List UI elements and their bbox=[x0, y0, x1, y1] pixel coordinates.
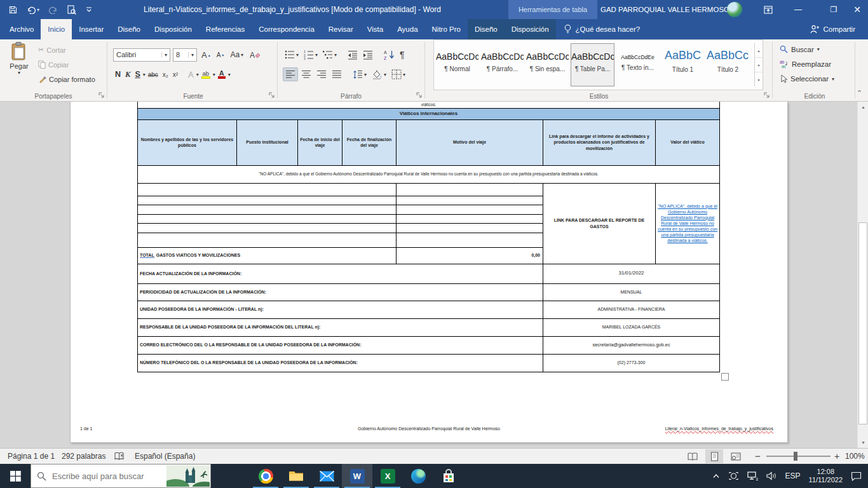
sort-button[interactable]: AZ bbox=[382, 48, 397, 62]
store-taskbar-icon[interactable] bbox=[433, 464, 464, 488]
tab-table-disposicion[interactable]: Disposición bbox=[505, 19, 556, 39]
paste-caret-icon[interactable]: ▾ bbox=[5, 70, 33, 76]
col-header[interactable]: Fecha de inicio del viaje bbox=[298, 119, 342, 165]
style-titulo-1[interactable]: AaBbC Título 1 bbox=[661, 43, 705, 86]
undo-icon[interactable]: ▾ bbox=[27, 6, 39, 14]
volume-icon[interactable] bbox=[766, 471, 777, 480]
zoom-out-button[interactable]: − bbox=[755, 449, 761, 464]
format-painter-button[interactable]: Copiar formato bbox=[38, 75, 95, 83]
style-titulo-2[interactable]: AaBbCcI Título 2 bbox=[706, 43, 750, 86]
clock[interactable]: 12:08 11/11/2022 bbox=[809, 468, 843, 484]
increase-indent-button[interactable] bbox=[361, 48, 375, 62]
bullets-button[interactable]: ▾ bbox=[283, 48, 301, 62]
col-header[interactable]: Valor del viático bbox=[656, 119, 720, 165]
font-size-caret-icon[interactable]: ▾ bbox=[188, 52, 196, 58]
grow-font-button[interactable]: A▴ bbox=[200, 48, 212, 62]
multilevel-list-button[interactable]: ▾ bbox=[321, 48, 339, 62]
col-header[interactable]: Motivo del viaje bbox=[397, 119, 543, 165]
input-language-indicator[interactable]: ESP bbox=[785, 471, 801, 480]
subscript-button[interactable]: x₂ bbox=[161, 67, 170, 81]
mail-taskbar-icon[interactable] bbox=[311, 464, 342, 488]
minimize-button[interactable]: — bbox=[784, 0, 812, 19]
start-button[interactable] bbox=[0, 464, 31, 488]
replace-button[interactable]: abac Reemplazar bbox=[780, 60, 831, 68]
tab-insertar[interactable]: Insertar bbox=[72, 19, 111, 39]
underline-caret-icon[interactable]: ▾ bbox=[143, 72, 146, 78]
action-center-icon[interactable] bbox=[851, 471, 862, 481]
portapapeles-dialog-launcher-icon[interactable] bbox=[98, 92, 105, 98]
valor-note-cell[interactable]: "NO APLICA", debido a que el Gobierno Au… bbox=[656, 183, 720, 264]
tab-archivo[interactable]: Archivo bbox=[3, 19, 41, 39]
highlight-caret-icon[interactable]: ▾ bbox=[213, 72, 215, 78]
undo-caret-icon[interactable]: ▾ bbox=[37, 7, 39, 13]
word-count[interactable]: 292 palabras bbox=[62, 449, 105, 464]
style-texto-independiente[interactable]: AaBbCcDdEe ¶ Texto in... bbox=[616, 43, 660, 86]
shrink-font-button[interactable]: A▾ bbox=[215, 48, 226, 62]
style-table-paragraph[interactable]: AaBbCcDc ¶ Table Pa... bbox=[571, 43, 614, 86]
superscript-button[interactable]: x² bbox=[171, 67, 180, 81]
tab-table-diseno[interactable]: Diseño bbox=[468, 19, 505, 39]
tab-inicio[interactable]: Inicio bbox=[41, 19, 72, 39]
valor-note-link[interactable]: "NO APLICA", debido a que el Gobierno Au… bbox=[658, 204, 717, 243]
font-color-caret-icon[interactable]: ▾ bbox=[228, 72, 231, 78]
zoom-slider-track[interactable] bbox=[766, 456, 831, 457]
zoom-level[interactable]: 100% bbox=[845, 449, 865, 464]
gallery-scroll-up-icon[interactable]: ▴ bbox=[755, 43, 763, 58]
share-button[interactable]: Compartir bbox=[797, 19, 868, 39]
gallery-more-icon[interactable]: ▾ bbox=[755, 72, 763, 86]
font-color-button[interactable]: A bbox=[216, 67, 227, 81]
paste-button[interactable]: Pegar ▾ bbox=[5, 42, 33, 95]
font-name-caret-icon[interactable]: ▾ bbox=[161, 52, 170, 58]
no-aplica-row[interactable]: "NO APLICA", debido a que el Gobierno Au… bbox=[138, 165, 720, 183]
col-header[interactable]: Fecha de finalización del viaje bbox=[342, 119, 397, 165]
tab-diseno[interactable]: Diseño bbox=[111, 19, 147, 39]
close-button[interactable]: ✕ bbox=[846, 0, 868, 19]
account-avatar[interactable] bbox=[727, 2, 742, 17]
font-size-combo[interactable]: 8 ▾ bbox=[173, 48, 197, 62]
account-name[interactable]: GAD PARROQUIAL VALLE HERMOSO bbox=[600, 0, 729, 19]
line-spacing-button[interactable]: ▾ bbox=[351, 67, 369, 81]
zoom-in-button[interactable]: + bbox=[834, 449, 839, 464]
tab-disposicion[interactable]: Disposición bbox=[147, 19, 199, 39]
web-layout-button[interactable] bbox=[727, 449, 745, 463]
tab-referencias[interactable]: Referencias bbox=[199, 19, 252, 39]
align-left-button[interactable] bbox=[283, 67, 298, 81]
excel-taskbar-icon[interactable]: X bbox=[372, 464, 403, 488]
scroll-down-icon[interactable]: ▼ bbox=[858, 437, 868, 448]
strikethrough-button[interactable]: abc bbox=[146, 67, 160, 81]
edge-taskbar-icon[interactable] bbox=[403, 464, 433, 488]
col-header[interactable]: Nombres y apellidos de las y los servido… bbox=[138, 119, 237, 165]
link-reporte-cell[interactable]: LINK PARA DESCARGAR EL REPORTE DE GASTOS bbox=[543, 183, 656, 264]
ribbon-display-options-icon[interactable] bbox=[757, 0, 779, 19]
find-button[interactable]: Buscar ▾ bbox=[780, 45, 820, 53]
decrease-indent-button[interactable] bbox=[346, 48, 360, 62]
italic-button[interactable]: K bbox=[123, 67, 132, 81]
network-icon[interactable] bbox=[747, 471, 758, 481]
shading-button[interactable]: ▾ bbox=[370, 67, 388, 81]
taskbar-search[interactable] bbox=[31, 464, 211, 488]
zoom-slider-thumb[interactable] bbox=[794, 452, 797, 461]
show-marks-button[interactable]: ¶ bbox=[398, 48, 407, 62]
style-sin-espacio[interactable]: AaBbCcDc ¶ Sin espa... bbox=[526, 43, 569, 86]
bold-button[interactable]: N bbox=[113, 67, 123, 81]
col-header[interactable]: Puesto institucional bbox=[237, 119, 298, 165]
parrafo-dialog-launcher-icon[interactable] bbox=[416, 92, 423, 98]
estilos-dialog-launcher-icon[interactable] bbox=[764, 92, 770, 98]
clear-formatting-button[interactable]: A bbox=[248, 48, 262, 62]
tab-nitro-pro[interactable]: Nitro Pro bbox=[425, 19, 468, 39]
word-taskbar-icon[interactable]: W bbox=[342, 464, 372, 488]
col-header[interactable]: Link para descargar el informe de activi… bbox=[543, 119, 656, 165]
select-button[interactable]: Seleccionar ▾ bbox=[780, 74, 834, 83]
hidden-icons-chevron-icon[interactable] bbox=[712, 473, 720, 479]
clipped-row[interactable]: viáticos. bbox=[138, 102, 720, 108]
scroll-up-icon[interactable]: ▲ bbox=[858, 102, 868, 112]
print-preview-icon[interactable] bbox=[67, 5, 76, 15]
style-normal[interactable]: AaBbCcDc ¶ Normal bbox=[435, 43, 479, 86]
tab-vista[interactable]: Vista bbox=[360, 19, 390, 39]
read-mode-button[interactable] bbox=[684, 449, 702, 463]
total-value[interactable]: 0,00 bbox=[397, 247, 543, 264]
vertical-scrollbar[interactable]: ▲ ▼ bbox=[857, 102, 868, 448]
search-input[interactable] bbox=[52, 471, 160, 481]
gallery-scroll-down-icon[interactable]: ▾ bbox=[755, 58, 763, 72]
align-right-button[interactable] bbox=[315, 67, 329, 81]
